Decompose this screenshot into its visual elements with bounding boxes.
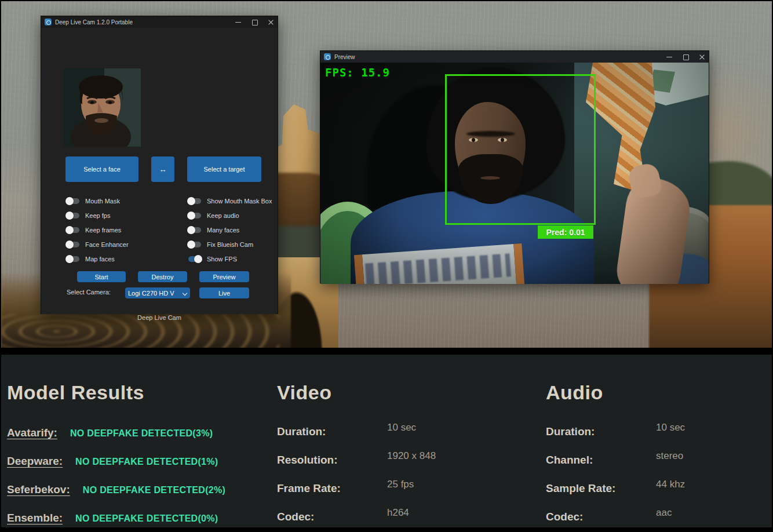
audio-info-row: Sample Rate: 44 khz: [546, 482, 685, 495]
minimize-icon[interactable]: [235, 19, 242, 25]
toggle-label: Fix Blueish Cam: [207, 241, 253, 248]
model-result-value: NO DEEPFAKE DETECTED(1%): [75, 457, 218, 467]
toggle-face-enhancer[interactable]: Face Enhancer: [67, 240, 129, 249]
maximize-icon[interactable]: [251, 19, 258, 25]
toggle-switch[interactable]: [188, 198, 201, 204]
audio-codec-label: Codec:: [546, 511, 656, 523]
screen: Deep Live Cam 1.2.0 Portable: [0, 0, 773, 532]
audio-channel-label: Channel:: [546, 454, 656, 467]
divider: [1, 348, 773, 355]
toggle-switch[interactable]: [67, 256, 79, 262]
video-info-row: Frame Rate: 25 fps: [277, 482, 414, 495]
audio-samplerate-label: Sample Rate:: [546, 482, 656, 495]
select-camera-label: Select Camera:: [67, 289, 111, 296]
video-resolution-label: Resolution:: [277, 454, 387, 467]
results-panel: Model Results Avatarify: NO DEEPFAKE DET…: [1, 355, 773, 527]
model-result-row: Ensemble: NO DEEPFAKE DETECTED(0%): [7, 512, 218, 524]
toggle-keep-fps[interactable]: Keep fps: [67, 211, 129, 220]
audio-section-title: Audio: [546, 381, 603, 404]
select-target-button[interactable]: Select a target: [187, 156, 261, 182]
model-result-row: Deepware: NO DEEPFAKE DETECTED(1%): [7, 455, 218, 468]
swap-arrows-icon: ↔: [159, 165, 167, 174]
model-result-value: NO DEEPFAKE DETECTED(3%): [70, 428, 213, 439]
model-result-value: NO DEEPFAKE DETECTED(2%): [83, 485, 225, 495]
toggle-label: Show Mouth Mask Box: [207, 198, 272, 205]
video-info-row: Resolution: 1920 x 848: [277, 454, 436, 467]
audio-info-row: Codec: aac: [546, 511, 672, 523]
model-link-seferbekov[interactable]: Seferbekov:: [7, 483, 70, 496]
toggle-switch[interactable]: [67, 227, 79, 233]
app-footer-label: Deep Live Cam: [41, 314, 278, 321]
toggle-keep-audio[interactable]: Keep audio: [188, 211, 272, 220]
close-icon[interactable]: [267, 19, 274, 25]
preview-window-title: Preview: [334, 54, 355, 60]
toggle-show-mouth-mask-box[interactable]: Show Mouth Mask Box: [188, 196, 272, 205]
chevron-down-icon: [183, 291, 187, 296]
toggle-mouth-mask[interactable]: Mouth Mask: [67, 196, 129, 205]
model-result-value: NO DEEPFAKE DETECTED(0%): [75, 513, 218, 524]
switch-knob: [65, 212, 74, 220]
toggle-keep-frames[interactable]: Keep frames: [67, 225, 129, 234]
switch-knob: [187, 212, 195, 220]
switch-knob: [65, 241, 74, 249]
switch-knob: [187, 197, 195, 205]
model-results-section: Model Results Avatarify: NO DEEPFAKE DET…: [7, 355, 271, 527]
preview-window: Preview: [320, 50, 709, 283]
switch-knob: [65, 226, 74, 234]
switch-knob: [65, 197, 74, 205]
toggle-fix-blueish-cam[interactable]: Fix Blueish Cam: [188, 240, 272, 249]
dlc-window-title: Deep Live Cam 1.2.0 Portable: [55, 19, 133, 25]
toggle-label: Keep frames: [85, 227, 121, 234]
toggle-map-faces[interactable]: Map faces: [67, 254, 129, 263]
switch-knob: [194, 255, 202, 263]
start-button[interactable]: Start: [77, 271, 126, 282]
toggle-label: Map faces: [85, 256, 115, 263]
switch-knob: [187, 226, 195, 234]
audio-samplerate-value: 44 khz: [656, 479, 685, 491]
model-results-title: Model Results: [7, 381, 144, 404]
select-face-button[interactable]: Select a face: [65, 156, 138, 182]
destroy-button[interactable]: Destroy: [138, 271, 187, 282]
toggle-label: Face Enhancer: [85, 241, 129, 248]
camera-dropdown[interactable]: Logi C270 HD V: [125, 287, 190, 298]
toggle-switch[interactable]: [188, 227, 201, 233]
audio-duration-label: Duration:: [546, 425, 656, 438]
minimize-icon[interactable]: [666, 53, 673, 60]
dlc-titlebar[interactable]: Deep Live Cam 1.2.0 Portable: [41, 16, 278, 28]
toggle-label: Show FPS: [207, 256, 237, 263]
toggle-label: Keep audio: [207, 212, 239, 219]
toggle-switch[interactable]: [188, 242, 201, 247]
toggle-switch[interactable]: [67, 242, 79, 247]
audio-codec-value: aac: [656, 507, 672, 520]
toggle-switch[interactable]: [67, 213, 79, 218]
source-face-art: [64, 68, 141, 147]
video-duration-label: Duration:: [277, 425, 387, 438]
toggle-switch[interactable]: [188, 213, 201, 218]
deep-live-cam-window: Deep Live Cam 1.2.0 Portable: [41, 16, 278, 314]
preview-titlebar[interactable]: Preview: [320, 51, 709, 63]
audio-channel-value: stereo: [656, 450, 683, 463]
audio-info-row: Channel: stereo: [546, 454, 683, 467]
swap-faces-button[interactable]: ↔: [151, 156, 174, 182]
camera-dropdown-value: Logi C270 HD V: [128, 290, 183, 297]
maximize-icon[interactable]: [682, 53, 689, 60]
toggle-many-faces[interactable]: Many faces: [188, 225, 272, 234]
audio-info-section: Audio Duration: 10 sec Channel: stereo S…: [546, 355, 772, 527]
audio-duration-value: 10 sec: [656, 422, 685, 435]
video-framerate-value: 25 fps: [387, 479, 414, 491]
switch-knob: [65, 255, 74, 263]
preview-button[interactable]: Preview: [199, 271, 249, 282]
model-link-ensemble[interactable]: Ensemble:: [7, 512, 63, 524]
toggle-show-fps[interactable]: Show FPS: [188, 254, 272, 263]
close-icon[interactable]: [698, 53, 705, 60]
preview-window-controls: [666, 53, 705, 60]
model-link-deepware[interactable]: Deepware:: [7, 455, 63, 468]
toggle-switch[interactable]: [188, 256, 201, 262]
app-icon: [45, 19, 52, 25]
model-link-avatarify[interactable]: Avatarify:: [7, 427, 57, 439]
video-duration-value: 10 sec: [387, 422, 416, 435]
toggle-switch[interactable]: [67, 198, 79, 204]
live-button[interactable]: Live: [199, 287, 249, 298]
video-info-row: Codec: h264: [277, 511, 409, 523]
face-detection-box: [445, 74, 596, 225]
